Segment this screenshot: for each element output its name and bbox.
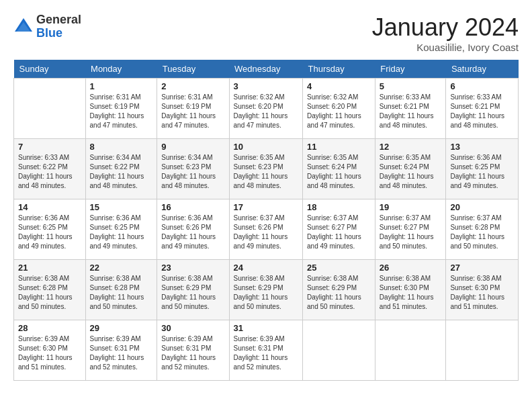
day-info: Sunrise: 6:31 AMSunset: 6:19 PMDaylight:…	[161, 93, 224, 130]
day-number: 25	[307, 263, 371, 273]
calendar-cell: 23Sunrise: 6:38 AMSunset: 6:29 PMDayligh…	[157, 260, 229, 320]
calendar-cell: 18Sunrise: 6:37 AMSunset: 6:27 PMDayligh…	[303, 199, 375, 260]
calendar-cell: 5Sunrise: 6:33 AMSunset: 6:21 PMDaylight…	[375, 79, 446, 139]
day-number: 29	[90, 323, 153, 333]
day-info: Sunrise: 6:36 AMSunset: 6:26 PMDaylight:…	[161, 214, 224, 251]
day-number: 21	[18, 263, 81, 273]
calendar-cell: 1Sunrise: 6:31 AMSunset: 6:19 PMDaylight…	[85, 79, 157, 139]
calendar-cell: 9Sunrise: 6:34 AMSunset: 6:23 PMDaylight…	[157, 139, 229, 199]
column-header-thursday: Thursday	[303, 60, 375, 79]
day-info: Sunrise: 6:35 AMSunset: 6:23 PMDaylight:…	[234, 153, 299, 191]
calendar-week-row: 14Sunrise: 6:36 AMSunset: 6:25 PMDayligh…	[14, 199, 519, 260]
calendar-cell: 10Sunrise: 6:35 AMSunset: 6:23 PMDayligh…	[229, 139, 303, 199]
calendar-cell: 20Sunrise: 6:37 AMSunset: 6:28 PMDayligh…	[446, 199, 519, 260]
day-number: 27	[450, 263, 514, 273]
calendar-cell: 25Sunrise: 6:38 AMSunset: 6:29 PMDayligh…	[303, 260, 375, 320]
calendar-cell: 16Sunrise: 6:36 AMSunset: 6:26 PMDayligh…	[157, 199, 229, 260]
calendar-cell: 8Sunrise: 6:34 AMSunset: 6:22 PMDaylight…	[85, 139, 157, 199]
day-number: 2	[161, 81, 224, 91]
day-info: Sunrise: 6:38 AMSunset: 6:30 PMDaylight:…	[380, 274, 442, 312]
day-info: Sunrise: 6:35 AMSunset: 6:24 PMDaylight:…	[380, 153, 442, 191]
day-number: 10	[234, 142, 299, 152]
day-info: Sunrise: 6:32 AMSunset: 6:20 PMDaylight:…	[234, 93, 299, 130]
day-number: 23	[161, 263, 224, 273]
calendar-week-row: 7Sunrise: 6:33 AMSunset: 6:22 PMDaylight…	[14, 139, 519, 199]
day-info: Sunrise: 6:34 AMSunset: 6:22 PMDaylight:…	[90, 153, 153, 191]
logo-blue: Blue	[36, 27, 81, 40]
day-info: Sunrise: 6:37 AMSunset: 6:27 PMDaylight:…	[307, 214, 371, 251]
day-info: Sunrise: 6:38 AMSunset: 6:29 PMDaylight:…	[307, 274, 371, 312]
day-info: Sunrise: 6:35 AMSunset: 6:24 PMDaylight:…	[307, 153, 371, 191]
day-info: Sunrise: 6:33 AMSunset: 6:22 PMDaylight:…	[18, 153, 81, 191]
day-info: Sunrise: 6:37 AMSunset: 6:28 PMDaylight:…	[450, 214, 514, 251]
day-number: 6	[450, 81, 514, 91]
day-number: 20	[450, 202, 514, 212]
calendar-header-row: SundayMondayTuesdayWednesdayThursdayFrid…	[14, 60, 519, 79]
day-info: Sunrise: 6:36 AMSunset: 6:25 PMDaylight:…	[90, 214, 153, 251]
day-number: 17	[234, 202, 299, 212]
day-number: 30	[161, 323, 224, 333]
calendar-cell: 27Sunrise: 6:38 AMSunset: 6:30 PMDayligh…	[446, 260, 519, 320]
column-header-wednesday: Wednesday	[229, 60, 303, 79]
calendar-cell	[14, 79, 86, 139]
calendar-cell: 26Sunrise: 6:38 AMSunset: 6:30 PMDayligh…	[375, 260, 446, 320]
calendar-cell: 4Sunrise: 6:32 AMSunset: 6:20 PMDaylight…	[303, 79, 375, 139]
calendar-cell: 14Sunrise: 6:36 AMSunset: 6:25 PMDayligh…	[14, 199, 86, 260]
calendar-cell	[303, 320, 375, 381]
calendar-cell: 31Sunrise: 6:39 AMSunset: 6:31 PMDayligh…	[229, 320, 303, 381]
day-info: Sunrise: 6:39 AMSunset: 6:30 PMDaylight:…	[18, 334, 81, 372]
day-number: 14	[18, 202, 81, 212]
column-header-sunday: Sunday	[14, 60, 86, 79]
day-info: Sunrise: 6:36 AMSunset: 6:25 PMDaylight:…	[18, 214, 81, 251]
day-number: 15	[90, 202, 153, 212]
title-area: January 2024 Kouasililie, Ivory Coast	[372, 13, 519, 53]
calendar-week-row: 21Sunrise: 6:38 AMSunset: 6:28 PMDayligh…	[14, 260, 519, 320]
calendar-cell	[446, 320, 519, 381]
day-number: 18	[307, 202, 371, 212]
calendar-cell: 15Sunrise: 6:36 AMSunset: 6:25 PMDayligh…	[85, 199, 157, 260]
calendar-cell: 19Sunrise: 6:37 AMSunset: 6:27 PMDayligh…	[375, 199, 446, 260]
day-info: Sunrise: 6:38 AMSunset: 6:30 PMDaylight:…	[450, 274, 514, 312]
calendar-cell: 24Sunrise: 6:38 AMSunset: 6:29 PMDayligh…	[229, 260, 303, 320]
day-number: 24	[234, 263, 299, 273]
day-number: 4	[307, 81, 371, 91]
calendar-cell: 22Sunrise: 6:38 AMSunset: 6:28 PMDayligh…	[85, 260, 157, 320]
day-number: 1	[90, 81, 153, 91]
day-number: 19	[380, 202, 442, 212]
day-number: 9	[161, 142, 224, 152]
day-number: 26	[380, 263, 442, 273]
calendar-week-row: 1Sunrise: 6:31 AMSunset: 6:19 PMDaylight…	[14, 79, 519, 139]
calendar-cell: 21Sunrise: 6:38 AMSunset: 6:28 PMDayligh…	[14, 260, 86, 320]
calendar-cell: 12Sunrise: 6:35 AMSunset: 6:24 PMDayligh…	[375, 139, 446, 199]
page-header: General Blue January 2024 Kouasililie, I…	[13, 13, 519, 53]
calendar-cell: 28Sunrise: 6:39 AMSunset: 6:30 PMDayligh…	[14, 320, 86, 381]
calendar-cell: 13Sunrise: 6:36 AMSunset: 6:25 PMDayligh…	[446, 139, 519, 199]
calendar-cell: 7Sunrise: 6:33 AMSunset: 6:22 PMDaylight…	[14, 139, 86, 199]
day-info: Sunrise: 6:36 AMSunset: 6:25 PMDaylight:…	[450, 153, 514, 191]
calendar-cell: 6Sunrise: 6:33 AMSunset: 6:21 PMDaylight…	[446, 79, 519, 139]
day-number: 3	[234, 81, 299, 91]
column-header-monday: Monday	[85, 60, 157, 79]
calendar-cell: 17Sunrise: 6:37 AMSunset: 6:26 PMDayligh…	[229, 199, 303, 260]
logo-text: General Blue	[36, 13, 81, 40]
day-number: 22	[90, 263, 153, 273]
calendar-cell: 2Sunrise: 6:31 AMSunset: 6:19 PMDaylight…	[157, 79, 229, 139]
logo-general: General	[36, 13, 81, 27]
logo-icon	[13, 17, 34, 37]
day-info: Sunrise: 6:38 AMSunset: 6:28 PMDaylight:…	[90, 274, 153, 312]
month-title: January 2024	[372, 13, 519, 42]
column-header-tuesday: Tuesday	[157, 60, 229, 79]
day-number: 16	[161, 202, 224, 212]
calendar-cell	[375, 320, 446, 381]
day-info: Sunrise: 6:31 AMSunset: 6:19 PMDaylight:…	[90, 93, 153, 130]
day-info: Sunrise: 6:38 AMSunset: 6:29 PMDaylight:…	[161, 274, 224, 312]
day-number: 13	[450, 142, 514, 152]
day-info: Sunrise: 6:39 AMSunset: 6:31 PMDaylight:…	[161, 334, 224, 372]
day-info: Sunrise: 6:38 AMSunset: 6:29 PMDaylight:…	[234, 274, 299, 312]
day-number: 7	[18, 142, 81, 152]
day-info: Sunrise: 6:39 AMSunset: 6:31 PMDaylight:…	[234, 334, 299, 372]
calendar-table: SundayMondayTuesdayWednesdayThursdayFrid…	[13, 60, 519, 381]
day-number: 28	[18, 323, 81, 333]
day-number: 8	[90, 142, 153, 152]
day-info: Sunrise: 6:39 AMSunset: 6:31 PMDaylight:…	[90, 334, 153, 372]
